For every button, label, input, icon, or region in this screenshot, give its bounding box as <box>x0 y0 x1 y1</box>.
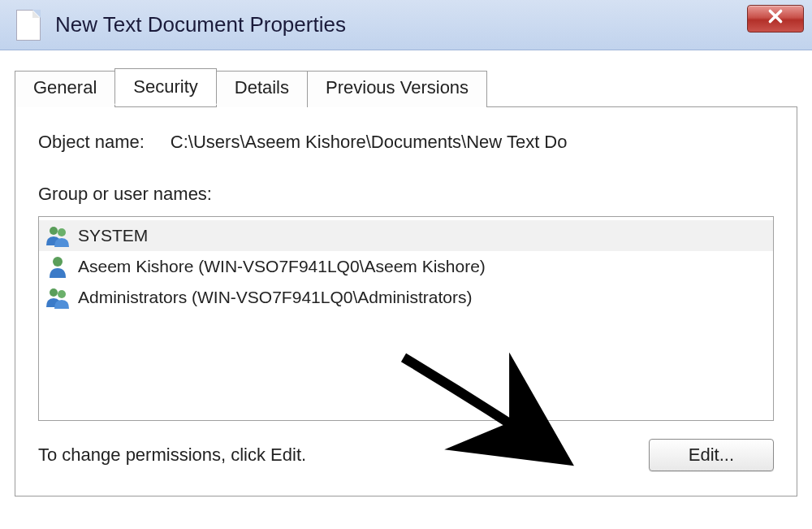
svg-point-3 <box>50 288 58 297</box>
user-icon <box>44 254 71 279</box>
user-name: Administrators (WIN-VSO7F941LQ0\Administ… <box>78 288 472 307</box>
users-group-icon <box>44 223 71 248</box>
dialog-content: General Security Details Previous Versio… <box>0 50 812 496</box>
list-item[interactable]: Aseem Kishore (WIN-VSO7F941LQ0\Aseem Kis… <box>39 251 773 282</box>
list-item[interactable]: SYSTEM <box>39 220 773 251</box>
window-title: New Text Document Properties <box>55 12 346 37</box>
user-list[interactable]: SYSTEM Aseem Kishore (WIN-VSO7F941LQ0\As… <box>38 216 774 421</box>
user-name: SYSTEM <box>78 226 148 245</box>
users-group-icon <box>44 285 71 310</box>
tab-security[interactable]: Security <box>114 68 216 105</box>
tab-panel-security: Object name: C:\Users\Aseem Kishore\Docu… <box>15 106 797 496</box>
tab-general[interactable]: General <box>15 71 115 107</box>
list-item[interactable]: Administrators (WIN-VSO7F941LQ0\Administ… <box>39 282 773 313</box>
close-button[interactable] <box>747 5 804 33</box>
close-icon <box>767 7 784 30</box>
edit-button[interactable]: Edit... <box>649 439 774 471</box>
document-icon <box>16 10 41 41</box>
permissions-hint: To change permissions, click Edit. <box>38 444 306 466</box>
tab-details[interactable]: Details <box>216 71 308 107</box>
tab-strip: General Security Details Previous Versio… <box>15 70 797 106</box>
group-or-user-names-label: Group or user names: <box>38 184 774 205</box>
svg-point-1 <box>58 228 66 236</box>
svg-point-0 <box>50 227 58 235</box>
svg-point-2 <box>53 257 63 267</box>
title-bar: New Text Document Properties <box>0 0 812 50</box>
svg-point-4 <box>58 290 66 298</box>
user-name: Aseem Kishore (WIN-VSO7F941LQ0\Aseem Kis… <box>78 257 486 276</box>
object-name-value: C:\Users\Aseem Kishore\Documents\New Tex… <box>171 132 568 153</box>
tab-previous-versions[interactable]: Previous Versions <box>307 71 487 107</box>
object-name-label: Object name: <box>38 132 145 153</box>
